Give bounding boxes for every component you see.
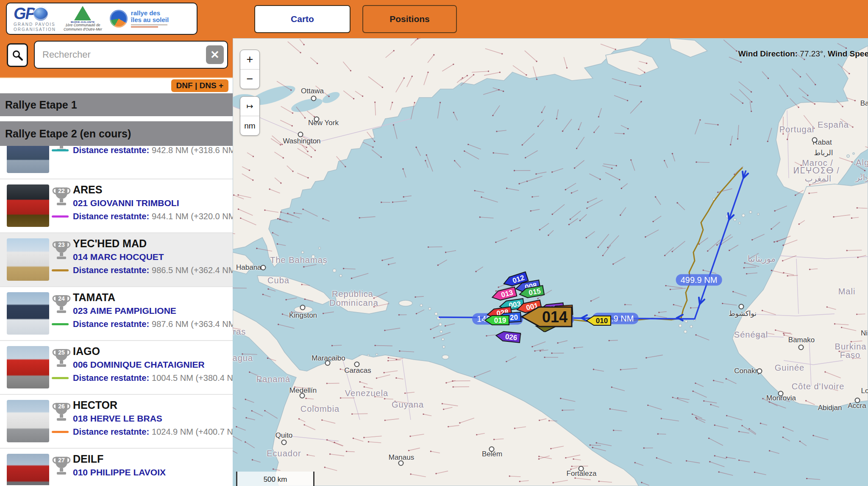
country-label: موريتانيا — [748, 254, 776, 264]
wind-info: Wind Direction: 77.23°, Wind Spee — [738, 49, 868, 59]
boat-name: HECTOR — [73, 399, 230, 411]
rallye-line2: îles au soleil — [131, 17, 169, 23]
participant-row[interactable]: 26 HECTOR 018 HERVE LE BRAS Distance res… — [0, 395, 233, 449]
participant-row[interactable]: 24 TAMATA 023 AIME PAMPIGLIONE Distance … — [0, 287, 233, 341]
distance-value: 944.1 NM (+320.0 NM) — [152, 212, 233, 221]
participant-row[interactable]: 27 DEILF 010 PHILIPPE LAVOIX — [0, 449, 233, 485]
city-label: Kingston — [289, 311, 317, 320]
city-dot — [739, 304, 744, 310]
city-dot — [325, 360, 331, 366]
trophy-rank-icon: 26 — [52, 402, 71, 424]
section-etape2[interactable]: Rallye Etape 2 (en cours) — [0, 121, 233, 146]
city-label: New York — [308, 119, 339, 127]
crew-photo — [7, 146, 49, 173]
svg-text:25: 25 — [58, 349, 65, 356]
svg-text:26: 26 — [58, 403, 65, 410]
city-dot — [354, 362, 360, 367]
scale-bar: 500 km — [236, 472, 314, 486]
distance-row: Distance restatnte: 942.8 NM (+318.6 NM) — [73, 146, 230, 155]
distance-row: Distance restatnte: 944.1 NM (+320.0 NM) — [73, 212, 230, 221]
participant-row[interactable]: 21 025 ERIC SAVARY Distance restatnte: 9… — [0, 146, 233, 179]
distance-label: Distance restatnte: — [73, 373, 149, 383]
clear-search-button[interactable]: ✕ — [206, 45, 224, 64]
country-label: Colombia — [300, 404, 339, 414]
route-lines — [439, 168, 748, 321]
distance-value: 1024.9 NM (+400.7 NM) — [152, 427, 233, 437]
unit-button[interactable]: nm — [240, 116, 259, 135]
map-canvas[interactable]: OttawaNew YorkWashingtonHabanaKingstonMa… — [233, 38, 868, 486]
country-label: Guyana — [392, 400, 424, 410]
country-label: الجزائر — [856, 172, 868, 182]
badge-row: DNF | DNS + — [0, 78, 233, 93]
rallye-line1: rallye des — [131, 10, 169, 17]
skipper-name: 018 HERVE LE BRAS — [73, 413, 230, 424]
sidebar: ✕ DNF | DNS + Rallye Etape 1 Rallye Etap… — [0, 38, 233, 486]
trophy-rank-icon: 22 — [52, 186, 71, 208]
city-label: الرباط — [814, 148, 833, 157]
tab-positions[interactable]: Positions — [362, 5, 457, 33]
country-label: España — [818, 120, 849, 130]
city-dot — [489, 447, 495, 452]
search-input[interactable] — [34, 41, 228, 69]
participant-row[interactable]: 23 YEC'HED MAD 014 MARC HOCQUET Distance… — [0, 233, 233, 287]
country-label: Portugal — [779, 125, 815, 134]
city-label: Abidjan — [818, 404, 842, 412]
distance-label: Distance restatnte: — [73, 146, 149, 155]
wind-direction-value: 77.23°, — [800, 49, 825, 58]
crew-photo — [7, 346, 49, 388]
search-button[interactable] — [7, 43, 28, 67]
city-label: Washington — [283, 137, 320, 145]
trophy-rank-icon: 24 — [52, 294, 71, 316]
section-etape1[interactable]: Rallye Etape 1 — [0, 93, 233, 116]
participant-row[interactable]: 22 ARES 021 GIOVANNI TRIMBOLI Distance r… — [0, 179, 233, 233]
marie-galante-script2: Communes d'Outre-Mer — [64, 28, 102, 32]
city-label: Habana — [236, 263, 262, 272]
country-label: Venezuela — [345, 388, 388, 398]
dnf-dns-badge[interactable]: DNF | DNS + — [171, 79, 228, 92]
crew-photo — [7, 238, 49, 281]
tab-carto[interactable]: Carto — [254, 5, 351, 33]
country-label: Guinée — [775, 363, 805, 373]
measure-button[interactable]: ↦ — [240, 97, 259, 116]
zoom-in-button[interactable]: + — [240, 50, 259, 70]
boat-name: DEILF — [73, 453, 230, 465]
country-label: The Bahamas — [270, 255, 328, 265]
distance-label: Distance restatnte: — [73, 212, 149, 221]
track-color-swatch — [52, 215, 69, 218]
participant-row[interactable]: 25 IAGO 006 DOMINIQUE CHATAIGNIER Distan… — [0, 341, 233, 395]
zoom-control: + − — [240, 50, 260, 89]
rallye-smallprint — [131, 24, 169, 28]
distance-row: Distance restatnte: 1024.9 NM (+400.7 NM… — [73, 427, 230, 437]
country-label: Panamá — [256, 374, 291, 384]
city-label: Bamako — [788, 336, 815, 344]
svg-text:014: 014 — [542, 308, 568, 326]
gpo-logo: GP GRAND PAVOIS ORGANISATION — [14, 6, 56, 32]
country-label: Cuba — [267, 276, 289, 285]
svg-text:010: 010 — [596, 317, 608, 325]
city-dot — [798, 345, 804, 350]
skipper-name: 010 PHILIPPE LAVOIX — [73, 467, 230, 478]
skipper-name: 021 GIOVANNI TRIMBOLI — [73, 198, 230, 208]
boat-marker-014[interactable]: 014 — [521, 304, 573, 334]
country-label: Dominicana — [329, 298, 378, 308]
crew-photo — [7, 292, 49, 335]
city-dot — [757, 369, 762, 374]
participant-list: 21 025 ERIC SAVARY Distance restatnte: 9… — [0, 146, 233, 485]
distance-value: 1004.5 NM (+380.4 NM) — [152, 373, 233, 383]
boat-marker-010[interactable]: 010 — [586, 314, 612, 329]
skipper-name: 006 DOMINIQUE CHATAIGNIER — [73, 360, 230, 370]
zoom-out-button[interactable]: − — [240, 70, 259, 89]
country-label: Ecuador — [267, 449, 301, 458]
boat-marker-026[interactable]: 026 — [494, 329, 522, 346]
boat-marker-019[interactable]: 019 — [484, 314, 510, 328]
city-label: Ni — [861, 329, 868, 338]
country-label: Honduras — [233, 327, 246, 337]
city-dot — [855, 398, 860, 403]
country-label: República — [332, 289, 373, 299]
track-color-swatch — [52, 377, 69, 379]
distance-label: Distance restatnte: — [73, 265, 149, 275]
boat-name: ARES — [73, 184, 230, 196]
logo-box: GP GRAND PAVOIS ORGANISATION MARIE-GALAN… — [6, 3, 198, 35]
skipper-name: 023 AIME PAMPIGLIONE — [73, 306, 230, 316]
svg-text:026: 026 — [505, 332, 517, 342]
